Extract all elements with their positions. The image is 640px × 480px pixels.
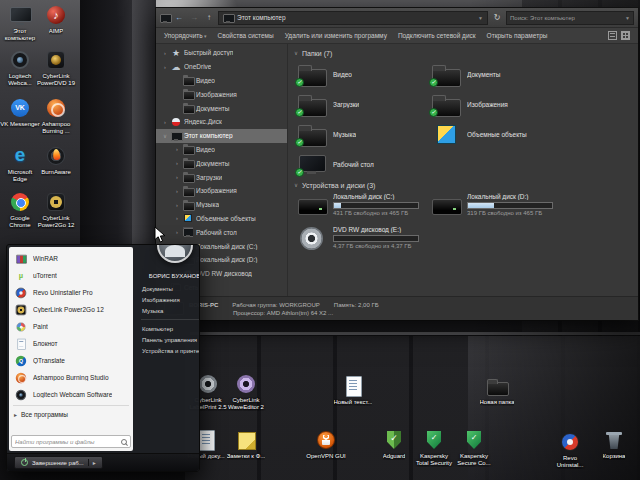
desktop-icon[interactable]: Kaspersky Total Security <box>414 428 454 467</box>
all-programs-button[interactable]: Все программы <box>11 408 131 421</box>
desktop-icon[interactable]: Adguard <box>374 428 414 460</box>
start-menu-place-item[interactable]: Музыка <box>138 305 199 316</box>
start-menu-program-item[interactable]: Блокнот <box>11 335 131 352</box>
desktop-icon[interactable]: VK Messenger <box>0 96 40 128</box>
refresh-button[interactable]: ↻ <box>491 8 503 28</box>
sidebar-item[interactable]: › Яндекс.Диск <box>156 115 287 129</box>
sidebar-item[interactable]: › Быстрый доступ <box>156 46 287 60</box>
start-menu-program-item[interactable]: QTranslate <box>11 352 131 369</box>
desktop[interactable]: Этот компьютер AIMP Logitech Webca... Cy… <box>0 0 640 480</box>
command-bar-button[interactable]: Удалить или изменить программу <box>285 32 387 39</box>
desktop-icon[interactable]: Ashampoo Burning ... <box>36 96 76 135</box>
folder-tile[interactable]: Рабочий стол <box>294 149 424 179</box>
explorer-search[interactable]: ▼ <box>506 11 634 25</box>
start-menu-place-item[interactable]: Изображения <box>138 294 199 305</box>
sidebar-item[interactable]: Документы <box>156 101 287 115</box>
view-tiles-icon[interactable] <box>621 31 630 40</box>
forward-button[interactable]: → <box>188 8 200 28</box>
start-menu-program-item[interactable]: WinRAR <box>11 250 131 267</box>
explorer-titlebar[interactable]: ← → ↑ Этот компьютер ▼ ↻ ▼ <box>156 8 638 28</box>
drive-tile[interactable]: Локальный диск (D:) 319 ГБ свободно из 4… <box>428 191 558 224</box>
address-dropdown-icon[interactable]: ▼ <box>478 15 483 21</box>
desktop-icon[interactable]: Этот компьютер <box>0 3 40 42</box>
desktop-icon[interactable]: Новый текст... <box>333 374 373 406</box>
start-menu-program-item[interactable]: CyberLink Power2Go 12 <box>11 301 131 318</box>
sidebar-item[interactable]: ∨ Этот компьютер <box>156 129 287 143</box>
start-menu-program-item[interactable]: Paint <box>11 318 131 335</box>
start-menu-program-item[interactable]: Ashampoo Burning Studio <box>11 369 131 386</box>
shutdown-button[interactable]: Завершение раб... <box>14 456 103 469</box>
sidebar-item[interactable]: Изображения <box>156 87 287 101</box>
expand-arrow-icon[interactable]: › <box>174 215 180 221</box>
start-menu-program-item[interactable]: Revo Uninstaller Pro <box>11 284 131 301</box>
expand-arrow-icon[interactable]: › <box>162 50 168 56</box>
desktop-icon[interactable]: BurnAware <box>36 144 76 176</box>
sidebar-item[interactable]: Видео <box>156 74 287 88</box>
desktop-icon[interactable]: Google Chrome <box>0 190 40 229</box>
desktop-icon[interactable]: Logitech Webca... <box>0 48 40 87</box>
sidebar-item[interactable]: › Изображения <box>156 184 287 198</box>
expand-arrow-icon[interactable]: › <box>162 119 168 125</box>
desktop-icon[interactable]: CyberLink PowerDVD 19 <box>36 48 76 87</box>
desktop-icon[interactable]: CyberLink Power2Go 12 <box>36 190 76 229</box>
address-bar[interactable]: Этот компьютер ▼ <box>218 11 488 25</box>
shutdown-options-arrow-icon[interactable] <box>88 459 96 466</box>
start-menu-search[interactable] <box>11 435 131 448</box>
sidebar-item[interactable]: › Музыка <box>156 198 287 212</box>
start-menu-place-item[interactable]: Устройства и принтеры <box>138 345 199 356</box>
folder-tile[interactable]: Изображения <box>428 89 558 119</box>
expand-arrow-icon[interactable]: › <box>162 64 168 70</box>
expand-arrow-icon[interactable]: ∨ <box>162 133 168 139</box>
start-menu-place-item[interactable]: Документы <box>138 283 199 294</box>
view-details-icon[interactable] <box>608 31 617 40</box>
desktop-icon[interactable]: AIMP <box>36 3 76 35</box>
sidebar-item[interactable]: › OneDrive <box>156 60 287 74</box>
up-button[interactable]: ↑ <box>203 8 215 28</box>
desktop-icon[interactable]: Заметки к Ф... <box>226 428 266 460</box>
explorer-search-input[interactable] <box>510 15 623 21</box>
desktop-icon[interactable]: Revo Uninstal... <box>550 430 590 469</box>
command-bar-button[interactable]: Открыть параметры <box>487 32 548 39</box>
expand-arrow-icon[interactable]: › <box>174 174 180 180</box>
start-menu-program-item[interactable]: uTorrent <box>11 267 131 284</box>
desktop-icon[interactable]: Microsoft Edge <box>0 144 40 183</box>
folder-tile[interactable]: Видео <box>294 59 424 89</box>
folder-tile[interactable]: Загрузки <box>294 89 424 119</box>
sidebar-item[interactable]: › Видео <box>156 143 287 157</box>
sidebar-item[interactable]: › Рабочий стол <box>156 225 287 239</box>
command-bar-button[interactable]: Упорядочить <box>164 32 207 39</box>
folders-group-header[interactable]: ∨ Папки (7) <box>294 47 632 59</box>
sidebar-item[interactable]: › Загрузки <box>156 170 287 184</box>
desktop-icon[interactable]: Корзина <box>594 428 634 460</box>
start-menu-search-input[interactable] <box>15 439 118 445</box>
folder-tile[interactable]: Объемные объекты <box>428 119 558 149</box>
back-button[interactable]: ← <box>173 8 185 28</box>
desktop-icon[interactable]: Kaspersky Secure Co... <box>454 428 494 467</box>
devices-group-header[interactable]: ∨ Устройства и диски (3) <box>294 179 632 191</box>
drive-tile[interactable]: Локальный диск (C:) 431 ГБ свободно из 4… <box>294 191 424 224</box>
expand-arrow-icon[interactable]: › <box>174 188 180 194</box>
desktop-icon[interactable]: CyberLink WaveEditor 2 <box>226 372 266 411</box>
program-label: Logitech Webcam Software <box>33 391 112 398</box>
desktop-icon[interactable]: Новая папка <box>477 374 517 406</box>
drive-tile[interactable]: DVD RW дисковод (E:) 4,37 ГБ свободно из… <box>294 224 424 257</box>
command-bar-button[interactable]: Подключить сетевой диск <box>398 32 476 39</box>
expand-arrow-icon[interactable]: › <box>174 146 180 152</box>
folder-tile[interactable]: Документы <box>428 59 558 89</box>
sidebar-item[interactable]: › Объемные объекты <box>156 212 287 226</box>
start-menu-place-item[interactable]: Панель управления <box>138 334 199 345</box>
start-menu-place-item[interactable]: Компьютер <box>138 323 199 334</box>
command-bar-button[interactable]: Свойства системы <box>218 32 274 39</box>
program-label: uTorrent <box>33 272 57 279</box>
folder-tile[interactable]: Музыка <box>294 119 424 149</box>
explorer-content[interactable]: ∨ Папки (7) Видео <box>288 44 638 296</box>
start-menu-places: БОРИС БУХАНОВ Документы Изображения Музы… <box>135 245 199 453</box>
user-avatar[interactable] <box>157 245 193 263</box>
desktop-icon[interactable]: OpenVPN GUI <box>306 428 346 460</box>
sidebar-item[interactable]: › Документы <box>156 156 287 170</box>
expand-arrow-icon[interactable]: › <box>174 202 180 208</box>
search-dropdown-icon[interactable]: ▼ <box>625 15 630 21</box>
expand-arrow-icon[interactable]: › <box>174 160 180 166</box>
start-menu-program-item[interactable]: Logitech Webcam Software <box>11 386 131 403</box>
expand-arrow-icon[interactable]: › <box>174 229 180 235</box>
